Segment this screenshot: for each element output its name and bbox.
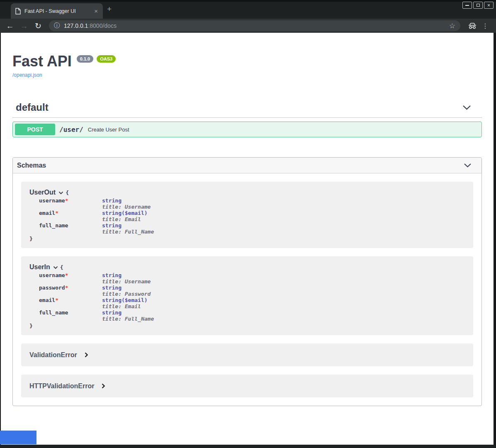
tab-close-icon[interactable]: ×: [93, 8, 99, 14]
model-name: HTTPValidationError: [29, 382, 94, 390]
address-bar[interactable]: ⓘ 127.0.0.1 :8000/docs ☆: [49, 20, 460, 31]
minimize-icon: [465, 5, 469, 6]
schemas-header[interactable]: Schemas: [13, 158, 481, 173]
incognito-icon: [468, 23, 477, 29]
browser-tab[interactable]: Fast API - Swagger UI ×: [11, 3, 103, 19]
oas3-badge: OAS3: [97, 55, 116, 63]
model-userin-title-row[interactable]: UserIn {: [29, 263, 465, 271]
schemas-title: Schemas: [17, 162, 46, 169]
site-info-icon[interactable]: ⓘ: [54, 22, 60, 29]
chevron-right-icon[interactable]: [85, 352, 88, 358]
property-title: title: Email: [102, 303, 148, 309]
property-title: title: Full_Name: [102, 316, 154, 322]
property-type: string: [102, 222, 154, 229]
swagger-page: Fast API 0.1.0 OAS3 /openapi.json defaul…: [1, 33, 494, 445]
window-frame-top: [0, 0, 496, 2]
property-type: string($email): [102, 297, 148, 303]
post-user-operation[interactable]: POST /user/ Create User Post: [12, 122, 482, 137]
property-title: title: Username: [102, 278, 151, 285]
close-icon: ×: [487, 3, 490, 8]
page-title: Fast API: [12, 54, 72, 69]
model-userout: UserOut { username* stringtitle: Usernam…: [21, 182, 473, 248]
property-row: full_name stringtitle: Full_Name: [39, 309, 465, 322]
section-divider: [12, 117, 482, 118]
property-type: string: [102, 309, 154, 316]
close-button[interactable]: ×: [484, 2, 494, 9]
openapi-json-link[interactable]: /openapi.json: [12, 72, 42, 78]
model-name: UserIn: [29, 263, 50, 271]
chevron-down-icon[interactable]: [462, 105, 471, 110]
reload-icon[interactable]: ↻: [33, 22, 43, 30]
property-name: email: [39, 210, 55, 216]
property-name: password: [39, 285, 65, 291]
model-name: ValidationError: [29, 351, 77, 359]
operation-summary: Create User Post: [88, 127, 129, 133]
browser-chrome: Fast API - Swagger UI × + × ← → ↻ ⓘ 127.…: [0, 0, 496, 33]
bookmark-star-icon[interactable]: ☆: [449, 22, 455, 30]
property-row: email* string($email)title: Email: [39, 297, 465, 309]
property-type: string($email): [102, 210, 148, 216]
required-star: *: [65, 285, 68, 291]
open-brace: {: [60, 264, 63, 270]
default-section: default POST /user/ Create User Post: [12, 102, 482, 137]
required-star: *: [55, 210, 58, 216]
required-star: *: [55, 297, 58, 303]
model-userin: UserIn { username* stringtitle: Username…: [21, 256, 473, 335]
post-method-badge: POST: [15, 124, 55, 135]
default-section-header[interactable]: default: [12, 102, 482, 113]
bottom-left-blue-box: [0, 431, 36, 444]
model-validationerror[interactable]: ValidationError: [21, 343, 473, 366]
tab-strip: Fast API - Swagger UI × + ×: [0, 0, 496, 19]
required-star: *: [65, 272, 68, 278]
chevron-down-icon[interactable]: [58, 191, 63, 195]
property-row: email* string($email)title: Email: [39, 210, 465, 222]
minimize-button[interactable]: [462, 2, 472, 9]
api-header: Fast API 0.1.0 OAS3: [12, 54, 482, 69]
chevron-down-icon[interactable]: [464, 163, 472, 168]
property-name: full_name: [39, 309, 68, 316]
operation-path: /user/: [59, 126, 83, 134]
model-userout-title-row[interactable]: UserOut {: [29, 189, 465, 196]
new-tab-button[interactable]: +: [107, 5, 112, 14]
schemas-body: UserOut { username* stringtitle: Usernam…: [13, 173, 481, 406]
property-title: title: Password: [102, 291, 151, 297]
back-icon[interactable]: ←: [5, 22, 15, 30]
property-type: string: [102, 285, 151, 291]
chevron-down-icon[interactable]: [53, 266, 58, 269]
window-frame-bottom: [0, 445, 496, 448]
maximize-button[interactable]: [473, 2, 483, 9]
property-type: string: [102, 197, 151, 204]
property-title: title: Email: [102, 216, 148, 222]
tab-title: Fast API - Swagger UI: [24, 8, 93, 14]
property-row: full_name stringtitle: Full_Name: [39, 222, 465, 235]
property-row: username* stringtitle: Username: [39, 272, 465, 285]
page-file-icon: [15, 8, 21, 15]
forward-icon[interactable]: →: [19, 22, 29, 30]
property-name: email: [39, 297, 55, 303]
required-star: *: [65, 197, 68, 204]
maximize-icon: [477, 4, 480, 7]
property-title: title: Username: [102, 204, 151, 210]
schemas-section: Schemas UserOut {: [12, 157, 482, 406]
property-row: username* stringtitle: Username: [39, 197, 465, 210]
close-brace: }: [29, 236, 465, 242]
model-name: UserOut: [29, 189, 56, 196]
browser-toolbar: ← → ↻ ⓘ 127.0.0.1 :8000/docs ☆ ⋮: [0, 19, 496, 33]
property-type: string: [102, 272, 151, 278]
open-brace: {: [66, 190, 69, 196]
version-badge: 0.1.0: [77, 55, 93, 63]
model-httpvalidationerror[interactable]: HTTPValidationError: [21, 375, 473, 397]
browser-menu-icon[interactable]: ⋮: [479, 22, 491, 30]
property-name: username: [39, 197, 65, 204]
property-name: full_name: [39, 222, 68, 229]
property-name: username: [39, 272, 65, 278]
url-path: :8000/docs: [88, 22, 117, 29]
window-controls: ×: [462, 2, 494, 9]
default-section-title: default: [16, 102, 49, 113]
property-title: title: Full_Name: [102, 229, 154, 235]
chevron-right-icon[interactable]: [102, 383, 105, 389]
url-host: 127.0.0.1: [64, 22, 88, 29]
close-brace: }: [29, 323, 465, 329]
property-row: password* stringtitle: Password: [39, 285, 465, 297]
